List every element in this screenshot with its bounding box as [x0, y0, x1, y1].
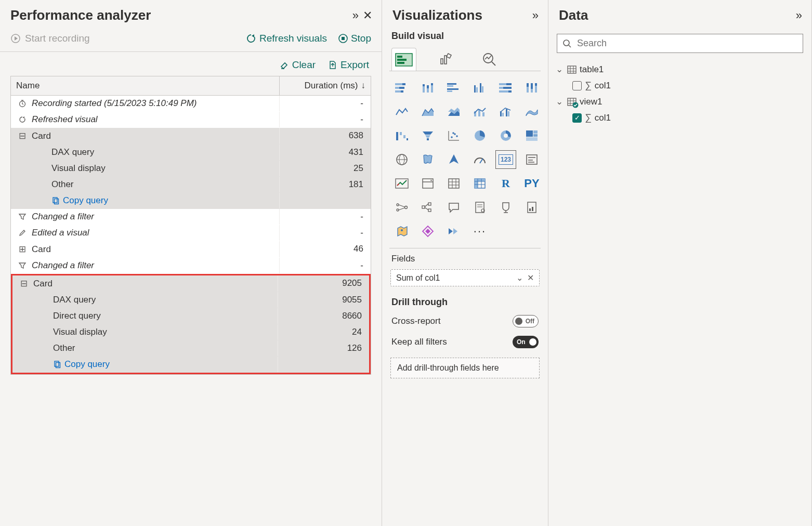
row-recording-started[interactable]: Recording started (5/15/2023 5:10:49 PM)… [11, 96, 371, 112]
viz-map-icon[interactable] [391, 150, 412, 169]
tree-view1[interactable]: ⌄ view1 [554, 94, 806, 110]
chevron-down-icon[interactable]: ⌄ [556, 64, 564, 75]
viz-line-icon[interactable] [391, 102, 412, 121]
row-direct-query-3[interactable]: Direct query 8660 [12, 308, 369, 324]
viz-kpi-icon[interactable] [391, 174, 412, 193]
viz-100-stacked-bar-icon[interactable] [495, 78, 516, 97]
row-copy-query-3[interactable]: Copy query [12, 357, 369, 373]
tab-format-visual[interactable] [434, 48, 459, 71]
row-dax-1[interactable]: DAX query 431 [11, 144, 371, 161]
copy-query-link[interactable]: Copy query [53, 359, 110, 370]
checkbox-checked[interactable]: ✓ [572, 113, 582, 123]
viz-pie-icon[interactable] [469, 126, 490, 145]
tree-label: col1 [595, 81, 611, 91]
clear-button[interactable]: Clear [280, 59, 316, 71]
viz-paginated-report-icon[interactable] [521, 198, 542, 217]
viz-line-stacked-column-icon[interactable] [469, 102, 490, 121]
svg-line-133 [569, 45, 571, 47]
refresh-icon [17, 115, 28, 124]
viz-slicer-icon[interactable] [417, 174, 438, 193]
viz-power-automate-icon[interactable] [443, 222, 464, 241]
viz-card-icon[interactable]: 123 [495, 150, 516, 169]
viz-ribbon-icon[interactable] [521, 102, 542, 121]
export-button[interactable]: Export [328, 59, 369, 71]
cross-report-label: Cross-report [391, 316, 440, 326]
viz-filled-map-icon[interactable] [417, 150, 438, 169]
tab-analytics[interactable] [477, 48, 502, 71]
field-pill[interactable]: Sum of col1 ⌄ ✕ [390, 269, 540, 286]
viz-table-icon[interactable] [443, 174, 464, 193]
viz-clustered-column-icon[interactable] [469, 78, 490, 97]
viz-gauge-icon[interactable] [469, 150, 490, 169]
viz-qna-icon[interactable] [443, 198, 464, 217]
viz-donut-icon[interactable] [495, 126, 516, 145]
row-card-2[interactable]: ⊞Card 46 [11, 241, 371, 258]
viz-area-icon[interactable] [417, 102, 438, 121]
row-card-1[interactable]: ⊟Card 638 [11, 128, 371, 144]
collapse-icon[interactable]: ⊟ [17, 130, 28, 141]
row-refreshed-visual[interactable]: Refreshed visual - [11, 112, 371, 128]
svg-rect-23 [395, 83, 402, 85]
row-edited-visual[interactable]: Edited a visual - [11, 225, 371, 241]
viz-waterfall-icon[interactable] [391, 126, 412, 145]
chevron-down-icon[interactable]: ⌄ [556, 96, 564, 107]
keep-filters-toggle[interactable]: On [513, 336, 539, 348]
tree-table1[interactable]: ⌄ table1 [554, 61, 806, 77]
remove-field-icon[interactable]: ✕ [527, 273, 534, 283]
cross-report-toggle[interactable]: Off [513, 315, 539, 327]
viz-multi-row-card-icon[interactable] [521, 150, 542, 169]
stop-button[interactable]: Stop [338, 33, 371, 44]
drill-through-dropzone[interactable]: Add drill-through fields here [390, 358, 540, 378]
viz-treemap-icon[interactable] [521, 126, 542, 145]
row-copy-query-1[interactable]: Copy query [11, 193, 371, 209]
search-input[interactable] [576, 37, 797, 49]
row-card-3[interactable]: ⊟Card 9205 [12, 275, 369, 292]
refresh-visuals-button[interactable]: Refresh visuals [246, 33, 327, 44]
viz-100-stacked-column-icon[interactable] [521, 78, 542, 97]
row-dax-3[interactable]: DAX query 9055 [12, 292, 369, 308]
viz-key-influencers-icon[interactable] [391, 198, 412, 217]
viz-clustered-bar-icon[interactable] [443, 78, 464, 97]
viz-stacked-bar-icon[interactable] [391, 78, 412, 97]
collapse-right-icon[interactable]: » [796, 9, 802, 22]
row-other-1[interactable]: Other 181 [11, 177, 371, 193]
viz-power-apps-icon[interactable] [417, 222, 438, 241]
viz-line-clustered-column-icon[interactable] [495, 102, 516, 121]
viz-python-icon[interactable]: PY [521, 174, 542, 193]
row-visual-display-1[interactable]: Visual display 25 [11, 161, 371, 177]
row-other-3[interactable]: Other 126 [12, 340, 369, 357]
collapse-right-icon[interactable]: » [352, 9, 359, 22]
viz-funnel-icon[interactable] [417, 126, 438, 145]
row-visual-display-3[interactable]: Visual display 24 [12, 324, 369, 340]
close-icon[interactable]: ✕ [363, 9, 372, 22]
sort-desc-icon[interactable]: ↓ [361, 81, 366, 91]
search-box[interactable] [557, 34, 803, 53]
checkbox-unchecked[interactable] [572, 81, 582, 90]
svg-rect-67 [403, 135, 405, 138]
viz-arcgis-map-icon[interactable] [391, 222, 412, 241]
row-changed-filter-2[interactable]: Changed a filter - [11, 258, 371, 274]
expand-icon[interactable]: ⊞ [17, 244, 28, 255]
viz-decomposition-tree-icon[interactable] [417, 198, 438, 217]
viz-r-script-icon[interactable]: R [495, 174, 516, 193]
collapse-right-icon[interactable]: » [532, 9, 539, 22]
chevron-down-icon[interactable]: ⌄ [516, 273, 523, 283]
viz-goals-icon[interactable] [495, 198, 516, 217]
viz-matrix-icon[interactable] [469, 174, 490, 193]
copy-query-link[interactable]: Copy query [51, 195, 108, 206]
collapse-icon[interactable]: ⊟ [19, 278, 29, 289]
tree-view1-col1[interactable]: ✓ ∑ col1 [554, 110, 806, 126]
viz-smart-narrative-icon[interactable] [469, 198, 490, 217]
viz-more-icon[interactable]: ··· [469, 222, 490, 241]
tree-table1-col1[interactable]: ∑ col1 [554, 77, 806, 94]
viz-stacked-area-icon[interactable] [443, 102, 464, 121]
viz-azure-map-icon[interactable] [443, 150, 464, 169]
filter-icon [17, 261, 28, 270]
viz-scatter-icon[interactable] [443, 126, 464, 145]
row-value: 46 [280, 241, 371, 257]
tab-build-visual[interactable] [391, 48, 416, 71]
col-header-duration[interactable]: Duration (ms) ↓ [280, 76, 371, 95]
row-changed-filter-1[interactable]: Changed a filter - [11, 209, 371, 225]
viz-stacked-column-icon[interactable] [417, 78, 438, 97]
col-header-name[interactable]: Name [11, 76, 280, 95]
